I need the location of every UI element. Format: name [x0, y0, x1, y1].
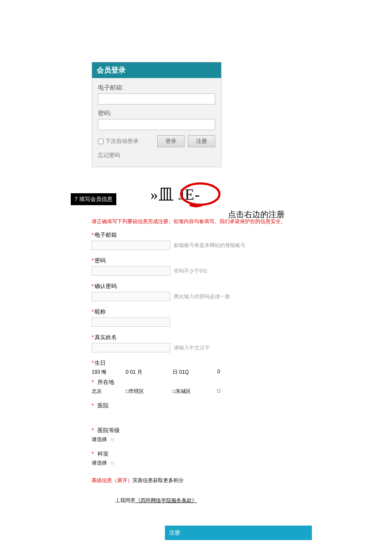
login-button[interactable]: 登录 [157, 135, 184, 147]
auto-login-box[interactable] [98, 139, 104, 144]
login-header: 会员登录 [92, 62, 221, 78]
reg-confirm-input[interactable] [92, 292, 170, 301]
field-location: * 所在地 北京 □市辖区 □东城区 □ [92, 378, 317, 395]
reg-confirm-hint: 两次输入的密码必须一致 [174, 293, 230, 300]
field-realname: *真实姓名 请输入中文汉字 [92, 334, 317, 352]
birthday-year[interactable]: 193 悔 [92, 369, 126, 376]
birthday-q: 0 [217, 369, 226, 376]
field-hospital-level: * 医院等级 请选择 □ [92, 427, 317, 443]
dropdown-marker-icon: □ [111, 461, 113, 465]
advanced-expand-link[interactable]: 高级信息（展开） [92, 477, 133, 483]
birthday-day[interactable]: 日 01Q [173, 369, 217, 376]
reg-realname-input[interactable] [92, 343, 170, 352]
loc-province[interactable]: 北京 [92, 388, 126, 395]
login-panel: 会员登录 电子邮箱: 密码: 下次自动登录 登录 注册 忘记密码 [92, 62, 222, 167]
reg-nickname-input[interactable] [92, 317, 170, 327]
field-department: * 科室 请选择 □ [92, 450, 317, 467]
step-title: »皿 JE- [150, 184, 200, 205]
terms-link[interactable]: 《四环网络学院服务条款》 [135, 497, 197, 503]
reg-password-input[interactable] [92, 266, 170, 276]
reg-password-hint: 密码不少于6位 [174, 267, 208, 275]
email-field[interactable] [98, 93, 215, 105]
hospital-level-select[interactable]: 请选择 [92, 436, 107, 442]
department-select[interactable]: 请选择 [92, 460, 107, 466]
reg-realname-hint: 请输入中文汉字 [174, 344, 210, 352]
step-row: 7 填写会员信息 »皿 JE- [71, 184, 392, 205]
field-email: *电子邮箱 邮箱账号将是本网站的登陆账号 [92, 231, 317, 250]
registration-form: 请正确填写下列要础信息完成注册。佢项内容均春填写。我们承诺保护您的信息安全。 *… [92, 218, 317, 540]
login-body: 电子邮箱: 密码: 下次自动登录 登录 注册 忘记密码 [92, 78, 221, 167]
password-field[interactable] [98, 119, 215, 130]
reg-email-hint: 邮箱账号将是本网站的登陆账号 [174, 242, 245, 249]
field-confirm: *确认密码 两次输入的密码必须一致 [92, 282, 317, 301]
field-password: *密码 密码不少于6位 [92, 257, 317, 276]
birthday-month[interactable]: 0 01 月 [126, 369, 173, 376]
step-badge: 7 填写会员信息 [71, 193, 116, 205]
loc-city[interactable]: □市辖区 [126, 388, 173, 395]
reg-email-input[interactable] [92, 241, 170, 250]
password-label: 密码: [98, 110, 215, 117]
field-hospital: * 医院 [92, 402, 317, 420]
submit-register-button[interactable]: 注册 [165, 526, 312, 540]
email-label: 电子邮箱: [98, 84, 215, 92]
dropdown-marker-icon: □ [111, 437, 113, 442]
forgot-password-link[interactable]: 忘记密码 [98, 151, 215, 159]
register-button[interactable]: 注册 [188, 135, 215, 147]
auto-login-checkbox[interactable]: 下次自动登录 [98, 137, 138, 145]
loc-tail: □ [217, 388, 226, 395]
agree-row: 丄我同意《四环网络学院服务条款》 [115, 497, 317, 504]
field-nickname: *昵称 [92, 308, 317, 327]
instruction-text: 点击右边的注册 [228, 209, 285, 220]
advanced-info-row: 高级信息（展开）完善信息获取更多积分 [92, 477, 317, 484]
field-birthday: *生日 193 悔 0 01 月 日 01Q 0 [92, 359, 317, 376]
loc-district[interactable]: □东城区 [173, 388, 217, 395]
